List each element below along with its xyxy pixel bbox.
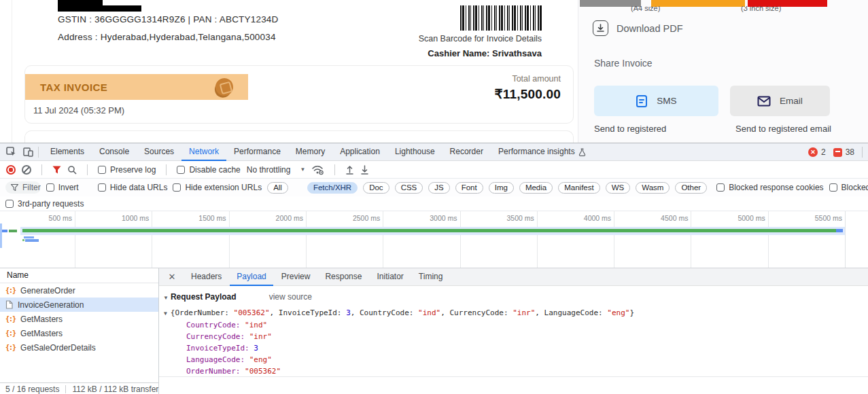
- filter-input[interactable]: Filter: [5, 181, 41, 194]
- payload-value: "inr": [249, 332, 272, 341]
- third-party-checkbox[interactable]: 3rd-party requests: [5, 199, 84, 209]
- invoice-page: GSTIN : 36GGGGG1314R9Z6 | PAN : ABCTY123…: [0, 0, 868, 143]
- filter-pill-all[interactable]: All: [267, 182, 288, 194]
- invoice-actions-panel: (A4 size) (3 inch size) Download PDF Sha…: [578, 0, 868, 143]
- network-toolbar: Preserve log Disable cache No throttling…: [0, 161, 868, 179]
- import-har-icon[interactable]: [345, 165, 354, 175]
- filter-pill-ws[interactable]: WS: [606, 182, 631, 194]
- search-icon[interactable]: [67, 165, 77, 175]
- print-a4-button[interactable]: [651, 0, 745, 7]
- coin-icon: [213, 76, 235, 98]
- print-3inch-caption: (3 inch size): [741, 6, 781, 13]
- filter-pill-js[interactable]: JS: [428, 182, 449, 194]
- timeline-overview[interactable]: 500 ms1000 ms1500 ms2000 ms2500 ms3000 m…: [0, 211, 868, 268]
- tab-network[interactable]: Network: [181, 143, 226, 161]
- disable-cache-checkbox[interactable]: Disable cache: [177, 165, 240, 175]
- network-conditions-icon[interactable]: [311, 164, 324, 175]
- requests-summary: 5 / 16 requests: [5, 384, 59, 394]
- blocked-cookies-checkbox[interactable]: Blocked response cookies: [716, 183, 823, 192]
- request-row[interactable]: {:} GetMasters: [0, 312, 158, 326]
- close-icon[interactable]: ✕: [165, 272, 179, 282]
- detail-tab-headers[interactable]: Headers: [184, 268, 228, 286]
- hide-extension-urls-checkbox[interactable]: Hide extension URLs: [173, 183, 262, 192]
- payload-token: "eng": [607, 308, 629, 317]
- tab-recorder[interactable]: Recorder: [442, 143, 491, 161]
- detail-tab-payload[interactable]: Payload: [230, 268, 273, 286]
- filter-pill-doc[interactable]: Doc: [363, 182, 389, 194]
- request-list: Name {:} GenerateOrder InvoiceGeneration…: [0, 268, 158, 394]
- invoice-summary-card: TAX INVOICE 11 Jul 2024 (05:32 PM) Total…: [24, 65, 574, 124]
- filter-pill-css[interactable]: CSS: [395, 182, 423, 194]
- timeline-gridline: [537, 211, 538, 268]
- request-row[interactable]: {:} GetSaleOrderDetails: [0, 340, 158, 355]
- detail-tab-initiator[interactable]: Initiator: [370, 268, 410, 286]
- network-status-bar: 5 / 16 requests 112 kB / 112 kB transfer: [0, 382, 158, 394]
- tab-elements[interactable]: Elements: [43, 143, 92, 161]
- issues-badge-icon[interactable]: [833, 148, 842, 157]
- tab-memory[interactable]: Memory: [288, 143, 332, 161]
- timeline-gridline: [614, 211, 614, 268]
- filter-placeholder: Filter: [22, 183, 41, 192]
- request-name: GenerateOrder: [20, 286, 75, 296]
- hide-data-urls-checkbox[interactable]: Hide data URLs: [98, 183, 168, 192]
- request-row[interactable]: {:} GenerateOrder: [0, 283, 158, 298]
- email-button[interactable]: Email: [730, 86, 830, 116]
- xhr-icon: {:}: [5, 315, 16, 323]
- view-source-link[interactable]: view source: [269, 292, 312, 302]
- preserve-log-label: Preserve log: [110, 165, 156, 175]
- filter-pill-fetch-xhr[interactable]: Fetch/XHR: [307, 182, 358, 194]
- download-pdf-button[interactable]: Download PDF: [593, 20, 683, 36]
- invert-checkbox[interactable]: Invert: [46, 183, 79, 192]
- record-button[interactable]: [6, 165, 16, 175]
- tab-application[interactable]: Application: [332, 143, 387, 161]
- status-divider: [65, 385, 66, 393]
- filter-funnel-icon[interactable]: [52, 166, 61, 174]
- timeline-mini-bar: [25, 239, 39, 242]
- filter-pill-wasm[interactable]: Wasm: [636, 182, 670, 194]
- payload-preview-line[interactable]: ▼{OrderNumber: "005362", InvoiceTypeId: …: [164, 308, 868, 317]
- hide-data-urls-label: Hide data URLs: [110, 183, 168, 192]
- name-column-header[interactable]: Name: [0, 268, 158, 283]
- throttling-dropdown[interactable]: No throttling ▼: [247, 165, 306, 175]
- total-amount-value: ₹11,500.00: [494, 86, 561, 102]
- timeline-window-handle[interactable]: [0, 223, 2, 248]
- third-party-label: 3rd-party requests: [18, 199, 84, 209]
- filter-pill-font[interactable]: Font: [455, 182, 483, 194]
- preserve-log-checkbox[interactable]: Preserve log: [98, 165, 156, 175]
- tab-lighthouse[interactable]: Lighthouse: [387, 143, 442, 161]
- email-icon: [757, 96, 771, 107]
- filter-pill-media[interactable]: Media: [519, 182, 553, 194]
- tab-performance-insights[interactable]: Performance insights: [491, 143, 593, 161]
- clear-button[interactable]: [22, 165, 31, 175]
- request-detail-pane: ✕ Headers Payload Preview Response Initi…: [158, 268, 868, 394]
- request-row-selected[interactable]: InvoiceGeneration: [0, 298, 158, 312]
- request-row[interactable]: {:} GetMasters: [0, 326, 158, 340]
- inspect-element-icon[interactable]: [5, 146, 17, 158]
- detail-tab-preview[interactable]: Preview: [275, 268, 317, 286]
- detail-tab-response[interactable]: Response: [318, 268, 368, 286]
- tab-performance[interactable]: Performance: [226, 143, 288, 161]
- request-payload-section[interactable]: ▼ Request Payload view source: [163, 292, 868, 302]
- email-label: Email: [780, 96, 803, 106]
- filter-pill-manifest[interactable]: Manifest: [558, 182, 600, 194]
- flask-icon: [578, 148, 586, 156]
- sms-button[interactable]: SMS: [594, 86, 718, 116]
- filter-pill-other[interactable]: Other: [675, 182, 707, 194]
- disable-cache-label: Disable cache: [189, 165, 240, 175]
- export-har-icon[interactable]: [360, 165, 369, 175]
- tab-console[interactable]: Console: [92, 143, 137, 161]
- throttling-value: No throttling: [247, 165, 291, 175]
- document-icon: [5, 300, 13, 309]
- blocked-requests-checkbox[interactable]: Blocked requests: [829, 183, 868, 192]
- blocked-requests-label: Blocked requests: [841, 183, 868, 192]
- cashier-name: Cashier Name: Srivathsava: [381, 48, 542, 58]
- error-badge-icon[interactable]: ✕: [808, 147, 818, 157]
- detail-tab-timing[interactable]: Timing: [412, 268, 450, 286]
- payload-key: LanguageCode:: [186, 355, 249, 364]
- filter-pill-img[interactable]: Img: [489, 182, 514, 194]
- toolbar-divider: [87, 164, 88, 175]
- device-toolbar-icon[interactable]: [22, 146, 34, 158]
- payload-token: "005362": [234, 308, 270, 317]
- timeline-tick-label: 3000 ms: [406, 214, 457, 222]
- tab-sources[interactable]: Sources: [137, 143, 181, 161]
